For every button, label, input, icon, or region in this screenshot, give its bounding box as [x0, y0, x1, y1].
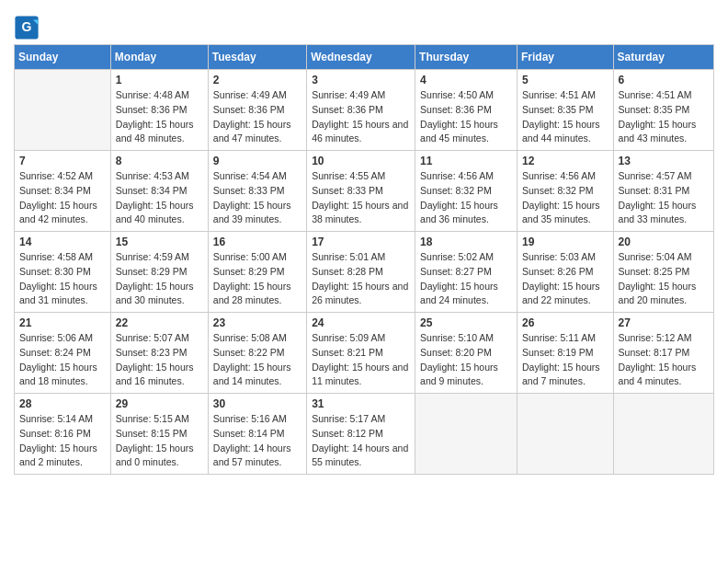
calendar-cell: 26 Sunrise: 5:11 AMSunset: 8:19 PMDaylig…: [517, 313, 613, 394]
cell-sunrise: Sunrise: 5:02 AMSunset: 8:27 PMDaylight:…: [420, 251, 498, 305]
calendar-cell: 14 Sunrise: 4:58 AMSunset: 8:30 PMDaylig…: [15, 232, 111, 313]
svg-text:G: G: [22, 19, 32, 34]
calendar-cell: 29 Sunrise: 5:15 AMSunset: 8:15 PMDaylig…: [110, 394, 208, 475]
header-day-saturday: Saturday: [613, 45, 713, 70]
cell-sunrise: Sunrise: 5:03 AMSunset: 8:26 PMDaylight:…: [522, 251, 600, 305]
cell-sunrise: Sunrise: 4:56 AMSunset: 8:32 PMDaylight:…: [420, 170, 498, 224]
day-number: 15: [116, 236, 203, 248]
day-number: 23: [213, 316, 301, 329]
day-number: 18: [420, 236, 512, 248]
header-day-sunday: Sunday: [15, 45, 111, 70]
calendar-cell: 31 Sunrise: 5:17 AMSunset: 8:12 PMDaylig…: [307, 394, 415, 475]
calendar-cell: 5 Sunrise: 4:51 AMSunset: 8:35 PMDayligh…: [517, 70, 613, 151]
calendar-cell: [517, 394, 613, 475]
day-number: 31: [312, 397, 410, 410]
day-number: 7: [19, 155, 106, 167]
calendar-cell: 11 Sunrise: 4:56 AMSunset: 8:32 PMDaylig…: [415, 151, 518, 232]
cell-sunrise: Sunrise: 5:01 AMSunset: 8:28 PMDaylight:…: [312, 251, 408, 305]
cell-sunrise: Sunrise: 5:14 AMSunset: 8:16 PMDaylight:…: [19, 413, 97, 467]
calendar-cell: 2 Sunrise: 4:49 AMSunset: 8:36 PMDayligh…: [208, 70, 306, 151]
calendar-header-row: SundayMondayTuesdayWednesdayThursdayFrid…: [15, 45, 714, 70]
cell-sunrise: Sunrise: 4:52 AMSunset: 8:34 PMDaylight:…: [19, 170, 97, 224]
logo: G: [14, 15, 41, 40]
day-number: 22: [116, 316, 203, 329]
calendar-cell: 8 Sunrise: 4:53 AMSunset: 8:34 PMDayligh…: [110, 151, 208, 232]
day-number: 9: [213, 155, 301, 167]
calendar-cell: 25 Sunrise: 5:10 AMSunset: 8:20 PMDaylig…: [415, 313, 518, 394]
day-number: 13: [619, 155, 709, 167]
day-number: 29: [116, 397, 203, 410]
header: G: [14, 9, 714, 40]
day-number: 6: [619, 74, 709, 86]
cell-sunrise: Sunrise: 5:12 AMSunset: 8:17 PMDaylight:…: [619, 332, 697, 386]
day-number: 20: [619, 236, 709, 248]
cell-sunrise: Sunrise: 5:04 AMSunset: 8:25 PMDaylight:…: [619, 251, 697, 305]
calendar-cell: 23 Sunrise: 5:08 AMSunset: 8:22 PMDaylig…: [208, 313, 306, 394]
day-number: 5: [522, 74, 609, 86]
calendar-cell: [613, 394, 713, 475]
header-day-monday: Monday: [110, 45, 208, 70]
day-number: 11: [420, 155, 512, 167]
cell-sunrise: Sunrise: 5:06 AMSunset: 8:24 PMDaylight:…: [19, 332, 97, 386]
cell-sunrise: Sunrise: 5:09 AMSunset: 8:21 PMDaylight:…: [312, 332, 408, 386]
calendar-cell: 19 Sunrise: 5:03 AMSunset: 8:26 PMDaylig…: [517, 232, 613, 313]
calendar-week-4: 21 Sunrise: 5:06 AMSunset: 8:24 PMDaylig…: [15, 313, 714, 394]
day-number: 28: [19, 397, 106, 410]
calendar-cell: 7 Sunrise: 4:52 AMSunset: 8:34 PMDayligh…: [15, 151, 111, 232]
calendar-cell: [415, 394, 518, 475]
calendar-week-2: 7 Sunrise: 4:52 AMSunset: 8:34 PMDayligh…: [15, 151, 714, 232]
cell-sunrise: Sunrise: 4:50 AMSunset: 8:36 PMDaylight:…: [420, 89, 498, 144]
header-day-wednesday: Wednesday: [307, 45, 415, 70]
calendar-cell: 3 Sunrise: 4:49 AMSunset: 8:36 PMDayligh…: [307, 70, 415, 151]
cell-sunrise: Sunrise: 4:59 AMSunset: 8:29 PMDaylight:…: [116, 251, 194, 305]
calendar-cell: 27 Sunrise: 5:12 AMSunset: 8:17 PMDaylig…: [613, 313, 713, 394]
day-number: 19: [522, 236, 609, 248]
day-number: 21: [19, 316, 106, 329]
cell-sunrise: Sunrise: 4:53 AMSunset: 8:34 PMDaylight:…: [116, 170, 194, 224]
calendar-cell: 24 Sunrise: 5:09 AMSunset: 8:21 PMDaylig…: [307, 313, 415, 394]
calendar-cell: [15, 70, 111, 151]
calendar-cell: 12 Sunrise: 4:56 AMSunset: 8:32 PMDaylig…: [517, 151, 613, 232]
cell-sunrise: Sunrise: 4:48 AMSunset: 8:36 PMDaylight:…: [116, 89, 194, 144]
cell-sunrise: Sunrise: 5:11 AMSunset: 8:19 PMDaylight:…: [522, 332, 600, 386]
day-number: 30: [213, 397, 301, 410]
calendar-cell: 9 Sunrise: 4:54 AMSunset: 8:33 PMDayligh…: [208, 151, 306, 232]
cell-sunrise: Sunrise: 4:57 AMSunset: 8:31 PMDaylight:…: [619, 170, 697, 224]
cell-sunrise: Sunrise: 5:16 AMSunset: 8:14 PMDaylight:…: [213, 413, 291, 467]
cell-sunrise: Sunrise: 4:55 AMSunset: 8:33 PMDaylight:…: [312, 170, 408, 224]
logo-icon: G: [14, 15, 40, 40]
calendar-week-3: 14 Sunrise: 4:58 AMSunset: 8:30 PMDaylig…: [15, 232, 714, 313]
cell-sunrise: Sunrise: 5:00 AMSunset: 8:29 PMDaylight:…: [213, 251, 291, 305]
day-number: 24: [312, 316, 410, 329]
calendar-cell: 28 Sunrise: 5:14 AMSunset: 8:16 PMDaylig…: [15, 394, 111, 475]
calendar-table: SundayMondayTuesdayWednesdayThursdayFrid…: [14, 44, 714, 475]
calendar-cell: 21 Sunrise: 5:06 AMSunset: 8:24 PMDaylig…: [15, 313, 111, 394]
calendar-cell: 22 Sunrise: 5:07 AMSunset: 8:23 PMDaylig…: [110, 313, 208, 394]
day-number: 1: [116, 74, 203, 86]
header-day-friday: Friday: [517, 45, 613, 70]
calendar-cell: 20 Sunrise: 5:04 AMSunset: 8:25 PMDaylig…: [613, 232, 713, 313]
calendar-cell: 16 Sunrise: 5:00 AMSunset: 8:29 PMDaylig…: [208, 232, 306, 313]
calendar-cell: 17 Sunrise: 5:01 AMSunset: 8:28 PMDaylig…: [307, 232, 415, 313]
calendar-week-5: 28 Sunrise: 5:14 AMSunset: 8:16 PMDaylig…: [15, 394, 714, 475]
calendar-cell: 10 Sunrise: 4:55 AMSunset: 8:33 PMDaylig…: [307, 151, 415, 232]
cell-sunrise: Sunrise: 5:08 AMSunset: 8:22 PMDaylight:…: [213, 332, 291, 386]
day-number: 14: [19, 236, 106, 248]
calendar-body: 1 Sunrise: 4:48 AMSunset: 8:36 PMDayligh…: [15, 70, 714, 475]
day-number: 10: [312, 155, 410, 167]
calendar-cell: 15 Sunrise: 4:59 AMSunset: 8:29 PMDaylig…: [110, 232, 208, 313]
calendar-cell: 13 Sunrise: 4:57 AMSunset: 8:31 PMDaylig…: [613, 151, 713, 232]
day-number: 16: [213, 236, 301, 248]
cell-sunrise: Sunrise: 5:15 AMSunset: 8:15 PMDaylight:…: [116, 413, 194, 467]
cell-sunrise: Sunrise: 5:17 AMSunset: 8:12 PMDaylight:…: [312, 413, 408, 467]
cell-sunrise: Sunrise: 4:49 AMSunset: 8:36 PMDaylight:…: [312, 89, 408, 144]
cell-sunrise: Sunrise: 5:10 AMSunset: 8:20 PMDaylight:…: [420, 332, 498, 386]
day-number: 27: [619, 316, 709, 329]
day-number: 25: [420, 316, 512, 329]
cell-sunrise: Sunrise: 4:51 AMSunset: 8:35 PMDaylight:…: [522, 89, 600, 144]
cell-sunrise: Sunrise: 5:07 AMSunset: 8:23 PMDaylight:…: [116, 332, 194, 386]
calendar-cell: 18 Sunrise: 5:02 AMSunset: 8:27 PMDaylig…: [415, 232, 518, 313]
cell-sunrise: Sunrise: 4:58 AMSunset: 8:30 PMDaylight:…: [19, 251, 97, 305]
calendar-cell: 1 Sunrise: 4:48 AMSunset: 8:36 PMDayligh…: [110, 70, 208, 151]
day-number: 2: [213, 74, 301, 86]
